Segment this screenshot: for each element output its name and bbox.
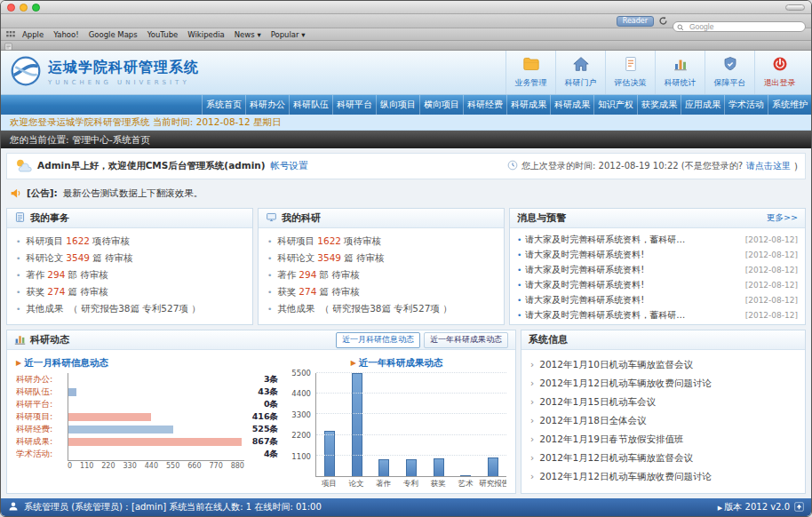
quick-link-label: 保障平台 xyxy=(714,77,746,89)
toolbar-toggle-button[interactable] xyxy=(785,4,805,11)
nav-tab[interactable]: 应用成果 xyxy=(681,95,724,115)
message-item[interactable]: 请大家及时完善科研系统资料![2012-08-12] xyxy=(517,292,798,307)
message-item[interactable]: 请大家及时完善科研系统资料![2012-08-12] xyxy=(517,262,798,277)
close-window-button[interactable] xyxy=(7,4,15,12)
yearly-dynamics-button[interactable]: 近一年科研成果动态 xyxy=(424,332,508,348)
hbar-value: 867条 xyxy=(244,436,278,448)
nav-tab[interactable]: 横向项目 xyxy=(419,95,463,115)
hbar-track xyxy=(68,413,244,421)
bookmark-item[interactable]: YouTube xyxy=(147,30,179,39)
greeting-panel: Admin早上好，欢迎使用CMS后台管理系统(admin) 帐号设置 您上次登录… xyxy=(6,153,806,179)
vbar-column xyxy=(398,373,426,476)
system-info-item[interactable]: 2012年1月12日机动车辆放收费问题讨论 xyxy=(530,374,796,393)
site-footer: 系统管理员 (系统管理员)：[admin] 系统当前在线人数: 1 在线时间: … xyxy=(1,498,811,516)
nav-tab[interactable]: 科研办公 xyxy=(245,95,289,115)
message-item[interactable]: 请大家及时完善科研系统资料![2012-08-12] xyxy=(517,247,798,262)
system-info-item[interactable]: 2012年1月15日机动车会议 xyxy=(530,393,796,411)
minimize-window-button[interactable] xyxy=(20,4,28,12)
bar-chart-icon xyxy=(673,56,689,76)
hbar-axis: 0110220330440550660770880 xyxy=(68,460,244,470)
hbar-row: 科研平台:0条 xyxy=(16,398,278,410)
vbar-plot-wrap: 11002200330044005500 xyxy=(287,373,506,477)
last-login-text: 您上次登录的时间: 2012-08-19 10:22 (不是您登录的? xyxy=(521,160,743,172)
nav-tab[interactable]: 学术活动 xyxy=(724,95,768,115)
monthly-dynamics-button[interactable]: 近一月科研信息动态 xyxy=(336,332,420,348)
hbar xyxy=(68,388,76,396)
vbar xyxy=(434,458,444,476)
nav-tab[interactable]: 知识产权 xyxy=(593,95,637,115)
nav-tab[interactable]: 获奖成果 xyxy=(637,95,681,115)
hbar-row: 科研经费:525条 xyxy=(16,423,278,435)
hbar-label: 科研平台: xyxy=(16,399,68,410)
nav-tab[interactable]: 科研成果 xyxy=(506,95,550,115)
more-link[interactable]: 更多>> xyxy=(767,212,798,224)
vbar xyxy=(324,431,335,476)
nav-tab[interactable]: 纵向项目 xyxy=(376,95,419,115)
quick-link-research-stats[interactable]: 科研统计 xyxy=(655,51,705,94)
not-you-link[interactable]: 请点击这里 xyxy=(746,160,791,172)
site-title: 运城学院科研管理系统 xyxy=(48,59,199,77)
bookmark-item[interactable]: News ▾ xyxy=(235,30,261,39)
quick-link-evaluation[interactable]: 评估决策 xyxy=(605,51,655,94)
chart-title-yearly: 近一年科研成果动态 xyxy=(287,357,506,370)
quick-link-business-mgmt[interactable]: 业务管理 xyxy=(506,51,555,94)
hbar-row: 学术活动:4条 xyxy=(16,448,278,460)
gridline xyxy=(316,455,506,456)
window-titlebar xyxy=(1,1,811,14)
panel-title: 系统信息 xyxy=(529,333,568,346)
research-item: 科研项目1622项待审核 xyxy=(267,233,495,250)
research-item: 其他成果（ 研究报告38篇 专利527项 ） xyxy=(267,300,495,317)
bookmark-item[interactable]: Wikipedia xyxy=(187,30,224,39)
nav-tab[interactable]: 系统维护 xyxy=(768,95,811,115)
system-info-item[interactable]: 2012年1月19日春节放假安排值班 xyxy=(530,430,796,449)
nav-tab[interactable]: 科研成果 xyxy=(550,95,593,115)
message-item[interactable]: 请大家及时完善科研系统资料，蓄科研…[2012-08-12] xyxy=(517,307,798,322)
panels-row-top: 我的事务 科研项目1622项待审核 科研论文3549篇 待审核 著作294部 待… xyxy=(6,208,806,325)
bookmark-item[interactable]: Popular ▾ xyxy=(271,30,306,39)
vbar xyxy=(352,373,362,476)
nav-tab[interactable]: 科研经费 xyxy=(463,95,506,115)
nav-tab[interactable]: 科研队伍 xyxy=(289,95,332,115)
yearly-output-chart: 近一年科研成果动态 11002200330044005500 项目论文著作专利获… xyxy=(287,357,506,489)
shield-icon xyxy=(722,56,738,76)
refresh-icon[interactable] xyxy=(658,16,668,26)
system-info-panel: 系统信息 2012年1月10日机动车辆放监督会议2012年1月12日机动车辆放收… xyxy=(521,330,806,494)
system-info-item[interactable]: 2012年1月12日机动车辆放收费问题讨论 xyxy=(530,467,796,486)
message-item[interactable]: 请大家及时完善科研系统资料![2012-08-12] xyxy=(517,277,798,292)
quick-link-research-portal[interactable]: 科研门户 xyxy=(555,51,605,94)
vbar-column xyxy=(479,373,506,476)
quick-link-logout[interactable]: 退出登录 xyxy=(754,51,804,94)
hbar-row: 科研队伍:43条 xyxy=(16,386,278,398)
bookmark-item[interactable]: Google Maps xyxy=(89,30,138,39)
hbar-label: 科研项目: xyxy=(16,411,68,423)
hbar-label: 科研队伍: xyxy=(16,386,68,398)
notice-text: 最新公告测试数据上下翻滚效果。 xyxy=(63,187,203,200)
site-subtitle: YUNCHENG UNIVERSITY xyxy=(48,79,199,86)
hbar-value: 43条 xyxy=(244,386,278,398)
system-info-item[interactable]: 2012年1月18日全体会议 xyxy=(530,411,796,430)
nav-tab[interactable]: 系统首页 xyxy=(202,95,245,115)
x-tick: 330 xyxy=(123,462,137,470)
search-icon xyxy=(677,18,684,35)
zoom-window-button[interactable] xyxy=(32,4,40,12)
google-search-input[interactable] xyxy=(673,21,806,32)
research-item: 获奖274篇 待审核 xyxy=(267,283,495,300)
reader-button[interactable]: Reader xyxy=(617,16,654,27)
vbar-column xyxy=(370,373,398,476)
task-item: 其他成果（ 研究报告38篇 专利527项 ） xyxy=(16,300,243,317)
notice-bar: [公告]: 最新公告测试数据上下翻滚效果。 xyxy=(6,184,806,203)
nav-tab[interactable]: 科研平台 xyxy=(332,95,376,115)
scroll-top-icon[interactable] xyxy=(794,502,804,513)
quick-link-support-platform[interactable]: 保障平台 xyxy=(705,51,754,94)
message-item[interactable]: 请大家及时完善科研系统资料，蓄科研…[2012-08-12] xyxy=(517,232,798,247)
system-info-item[interactable]: 2012年1月12日机动车辆放监督会议 xyxy=(530,449,796,467)
hbar-value: 416条 xyxy=(244,411,278,423)
dynamics-buttons: 近一月科研信息动态 近一年科研成果动态 xyxy=(336,332,508,348)
account-settings-link[interactable]: 帐号设置 xyxy=(271,160,308,172)
footer-version: 版本 2012 v2.0 xyxy=(718,501,790,513)
browser-window: Reader AppleYahoo!Google MapsYouTubeWiki… xyxy=(0,0,812,517)
system-info-item[interactable]: 2012年1月10日机动车辆放监督会议 xyxy=(530,355,796,374)
bookmark-item[interactable]: Yahoo! xyxy=(53,30,78,39)
bookmark-item[interactable]: Apple xyxy=(22,30,44,39)
hbar-track xyxy=(68,450,244,458)
